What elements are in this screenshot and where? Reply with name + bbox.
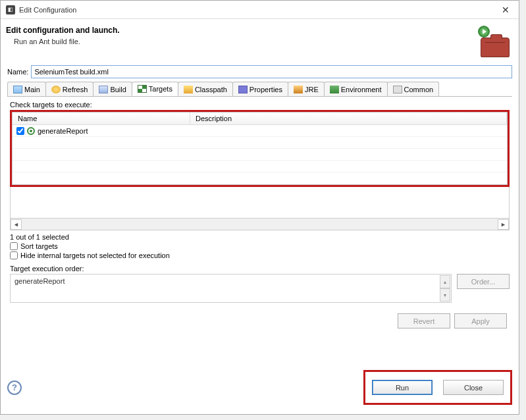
toolbox-icon bbox=[481, 38, 510, 57]
hide-internal-row: Hide internal targets not selected for e… bbox=[10, 251, 510, 259]
table-row-empty bbox=[13, 149, 507, 161]
hide-internal-checkbox[interactable] bbox=[10, 251, 18, 259]
header-icon bbox=[474, 26, 510, 57]
common-icon bbox=[393, 86, 402, 93]
order-button[interactable]: Order... bbox=[457, 274, 510, 289]
selection-status: 1 out of 1 selected bbox=[10, 233, 510, 241]
build-icon bbox=[99, 86, 108, 93]
tab-classpath[interactable]: Classpath bbox=[178, 82, 233, 96]
tab-bar: Main Refresh Build Targets Classpath Pro… bbox=[7, 81, 512, 97]
scroll-left-icon[interactable]: ◄ bbox=[11, 219, 22, 230]
header-title: Edit configuration and launch. bbox=[6, 26, 474, 35]
targets-table-extra bbox=[10, 187, 510, 219]
titlebar: ◧ Edit Configuration ✕ bbox=[1, 1, 519, 19]
apply-button[interactable]: Apply bbox=[454, 313, 507, 328]
close-icon[interactable]: ✕ bbox=[498, 5, 513, 15]
footer: ? Run Close bbox=[7, 370, 512, 405]
execution-order-value: generateReport bbox=[14, 277, 65, 285]
eclipse-icon: ◧ bbox=[6, 5, 15, 14]
hide-internal-label: Hide internal targets not selected for e… bbox=[20, 251, 170, 259]
window-title: Edit Configuration bbox=[19, 6, 498, 14]
sort-targets-checkbox[interactable] bbox=[10, 242, 18, 250]
targets-highlight-box: Name Description generateReport bbox=[10, 110, 510, 187]
refresh-icon bbox=[51, 86, 61, 93]
tab-environment[interactable]: Environment bbox=[324, 82, 388, 96]
execution-order-row: generateReport ▲ ▼ Order... bbox=[10, 274, 510, 303]
sort-targets-label: Sort targets bbox=[20, 242, 58, 250]
targets-table: Name Description generateReport bbox=[12, 112, 508, 185]
table-row-empty bbox=[13, 137, 507, 149]
scroll-right-icon[interactable]: ► bbox=[498, 219, 509, 230]
target-checkbox[interactable] bbox=[16, 127, 24, 135]
help-icon[interactable]: ? bbox=[7, 381, 22, 395]
tab-jre[interactable]: JRE bbox=[288, 82, 325, 96]
header: Edit configuration and launch. Run an An… bbox=[1, 19, 519, 63]
classpath-icon bbox=[184, 86, 193, 93]
sort-targets-row: Sort targets bbox=[10, 242, 510, 250]
properties-icon bbox=[238, 86, 248, 93]
target-icon bbox=[27, 127, 35, 135]
edit-configuration-dialog: ◧ Edit Configuration ✕ Edit configuratio… bbox=[0, 0, 519, 415]
revert-button[interactable]: Revert bbox=[398, 313, 450, 328]
revert-apply-row: Revert Apply bbox=[10, 313, 510, 328]
tab-targets[interactable]: Targets bbox=[132, 82, 178, 96]
check-targets-label: Check targets to execute: bbox=[10, 101, 510, 109]
spin-down-icon[interactable]: ▼ bbox=[440, 288, 450, 302]
col-description[interactable]: Description bbox=[190, 113, 507, 124]
tab-build[interactable]: Build bbox=[93, 82, 132, 96]
close-button[interactable]: Close bbox=[443, 380, 504, 395]
main-icon bbox=[13, 86, 22, 93]
tab-refresh[interactable]: Refresh bbox=[45, 82, 94, 96]
order-spinner: ▲ ▼ bbox=[440, 275, 450, 302]
content: Name: Main Refresh Build Targets Classpa… bbox=[1, 63, 519, 336]
targets-icon bbox=[138, 85, 147, 93]
table-row-empty bbox=[13, 172, 507, 184]
run-play-icon bbox=[478, 26, 490, 38]
environment-icon bbox=[330, 86, 339, 93]
target-cell-name: generateReport bbox=[13, 127, 190, 135]
run-close-highlight-box: Run Close bbox=[363, 370, 512, 405]
run-button[interactable]: Run bbox=[372, 380, 433, 395]
execution-order-label: Target execution order: bbox=[10, 265, 510, 273]
header-subtitle: Run an Ant build file. bbox=[6, 38, 474, 45]
h-scrollbar[interactable]: ◄ ► bbox=[10, 219, 510, 230]
col-name[interactable]: Name bbox=[13, 113, 190, 124]
tab-common[interactable]: Common bbox=[387, 82, 440, 96]
name-row: Name: bbox=[7, 65, 512, 78]
table-row-empty bbox=[13, 161, 507, 172]
spin-up-icon[interactable]: ▲ bbox=[440, 275, 450, 288]
target-name: generateReport bbox=[38, 127, 88, 135]
tab-properties[interactable]: Properties bbox=[232, 82, 288, 96]
jre-icon bbox=[294, 86, 303, 93]
name-label: Name: bbox=[7, 68, 28, 76]
targets-table-header: Name Description bbox=[13, 113, 507, 125]
tab-main[interactable]: Main bbox=[7, 82, 46, 96]
header-text: Edit configuration and launch. Run an An… bbox=[6, 26, 474, 45]
execution-order-text: generateReport ▲ ▼ bbox=[10, 274, 452, 303]
targets-panel: Check targets to execute: Name Descripti… bbox=[7, 97, 512, 331]
name-input[interactable] bbox=[31, 65, 512, 78]
table-row[interactable]: generateReport bbox=[13, 125, 507, 137]
